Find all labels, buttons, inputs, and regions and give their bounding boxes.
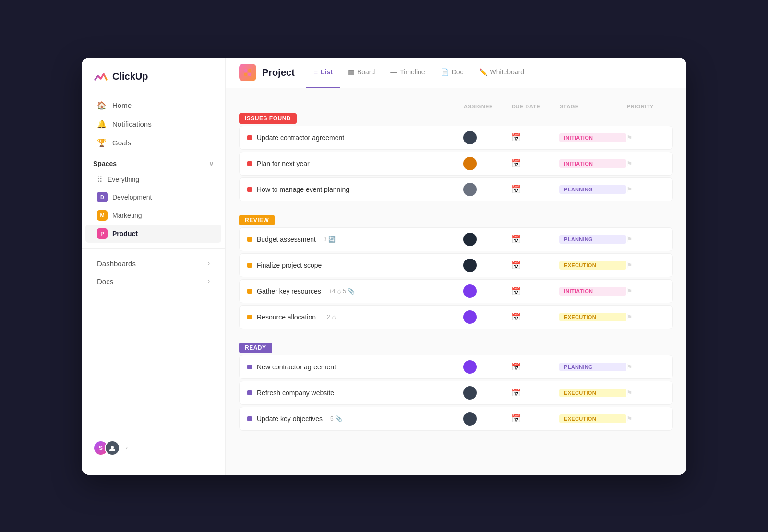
- footer-arrow-icon: ‹: [126, 445, 128, 451]
- flag-icon: ⚑: [626, 186, 665, 193]
- dashboards-label: Dashboards: [97, 260, 136, 268]
- marketing-badge: M: [97, 210, 108, 221]
- flag-icon: ⚑: [626, 389, 665, 397]
- docs-label: Docs: [97, 277, 113, 285]
- development-badge: D: [97, 192, 108, 202]
- avatar-m: [105, 440, 120, 456]
- task-dot-red: [247, 187, 252, 192]
- goals-label: Goals: [112, 139, 131, 147]
- calendar-icon: 📅: [511, 260, 559, 270]
- status-badge: EXECUTION: [559, 261, 626, 270]
- flag-icon: ⚑: [626, 287, 665, 295]
- notifications-label: Notifications: [112, 120, 152, 128]
- marketing-label: Marketing: [112, 212, 142, 219]
- task-name: New contractor agreement: [247, 363, 463, 371]
- page-title: Project: [262, 67, 295, 78]
- task-dot-purple: [247, 390, 252, 395]
- col-priority: PRIORITY: [627, 104, 665, 109]
- calendar-icon: 📅: [511, 362, 559, 371]
- tab-board[interactable]: ▦ Board: [340, 58, 383, 88]
- col-stage: STAGE: [560, 104, 627, 109]
- avatar: [463, 183, 477, 196]
- sidebar-item-marketing[interactable]: M Marketing: [85, 206, 221, 225]
- chevron-right-icon-docs: ›: [208, 278, 210, 284]
- tab-doc[interactable]: 📄 Doc: [433, 58, 471, 88]
- flag-icon: ⚑: [626, 415, 665, 423]
- sidebar-item-development[interactable]: D Development: [85, 188, 221, 206]
- flag-icon: ⚑: [626, 160, 665, 167]
- task-dot-yellow: [247, 263, 252, 268]
- col-assignee: ASSIGNEE: [464, 104, 512, 109]
- status-badge: INITIATION: [559, 287, 626, 296]
- main-content: Project ≡ List ▦ Board — Timeline 📄 Doc …: [226, 58, 686, 475]
- divider: [82, 248, 225, 249]
- tab-timeline[interactable]: — Timeline: [383, 58, 432, 88]
- task-dot-purple: [247, 365, 252, 369]
- top-bar: Project ≡ List ▦ Board — Timeline 📄 Doc …: [226, 58, 686, 88]
- product-badge: P: [97, 228, 108, 239]
- doc-icon: 📄: [441, 68, 449, 76]
- status-badge: EXECUTION: [559, 313, 626, 321]
- sidebar-item-goals[interactable]: 🏆 Goals: [85, 133, 221, 152]
- task-meta: +4 ◇ 5 📎: [329, 288, 355, 295]
- whiteboard-tab-label: Whiteboard: [490, 68, 525, 76]
- task-name: How to manage event planning: [247, 186, 463, 193]
- avatar: [463, 284, 477, 298]
- sidebar-item-docs[interactable]: Docs ›: [85, 272, 221, 290]
- table-row[interactable]: Refresh company website 📅 EXECUTION ⚑: [239, 381, 673, 405]
- sidebar-item-dashboards[interactable]: Dashboards ›: [85, 255, 221, 272]
- bell-icon: 🔔: [97, 119, 107, 129]
- task-name: Update contractor agreement: [247, 134, 463, 142]
- doc-tab-label: Doc: [452, 68, 464, 76]
- sidebar-item-notifications[interactable]: 🔔 Notifications: [85, 115, 221, 133]
- section-label-review: REVIEW: [239, 215, 275, 225]
- avatar: [463, 259, 477, 272]
- table-row[interactable]: New contractor agreement 📅 PLANNING ⚑: [239, 355, 673, 379]
- table-row[interactable]: Update contractor agreement 📅 INITIATION…: [239, 126, 673, 150]
- sidebar-item-product[interactable]: P Product: [85, 225, 221, 243]
- status-badge: PLANNING: [559, 235, 626, 244]
- flag-icon: ⚑: [626, 313, 665, 321]
- table-row[interactable]: How to manage event planning 📅 PLANNING …: [239, 177, 673, 201]
- calendar-icon: 📅: [511, 159, 559, 168]
- product-label: Product: [112, 230, 138, 237]
- table-row[interactable]: Gather key resources +4 ◇ 5 📎 📅 INITIATI…: [239, 279, 673, 303]
- clickup-logo-icon: [93, 69, 108, 84]
- avatar: [463, 310, 477, 324]
- status-badge: PLANNING: [559, 363, 626, 371]
- calendar-icon: 📅: [511, 286, 559, 296]
- tab-list[interactable]: ≡ List: [306, 58, 340, 88]
- flag-icon: ⚑: [626, 261, 665, 269]
- timeline-icon: —: [390, 68, 397, 76]
- table-row[interactable]: Update key objectives 5 📎 📅 EXECUTION ⚑: [239, 407, 673, 431]
- calendar-icon: 📅: [511, 133, 559, 142]
- table-row[interactable]: Resource allocation +2 ◇ 📅 EXECUTION ⚑: [239, 305, 673, 329]
- section-label-ready: READY: [239, 343, 272, 353]
- sidebar-item-home[interactable]: 🏠 Home: [85, 96, 221, 115]
- chevron-right-icon: ›: [208, 260, 210, 267]
- task-list-content: ASSIGNEE DUE DATE STAGE PRIORITY ISSUES …: [226, 88, 686, 475]
- grid-icon: ⠿: [97, 175, 103, 184]
- status-badge: INITIATION: [559, 133, 626, 142]
- logo-text: ClickUp: [112, 71, 148, 82]
- avatar: [463, 412, 477, 426]
- logo: ClickUp: [82, 69, 225, 96]
- table-row[interactable]: Budget assessment 3 🔄 📅 PLANNING ⚑: [239, 227, 673, 251]
- sidebar: ClickUp 🏠 Home 🔔 Notifications 🏆 Goals S…: [82, 58, 226, 475]
- avatar: [463, 131, 477, 144]
- task-meta: +2 ◇: [324, 314, 336, 320]
- task-name: Update key objectives 5 📎: [247, 415, 463, 423]
- sidebar-item-everything[interactable]: ⠿ Everything: [85, 171, 221, 188]
- calendar-icon: 📅: [511, 235, 559, 244]
- calendar-icon: 📅: [511, 312, 559, 321]
- table-row[interactable]: Finalize project scope 📅 EXECUTION ⚑: [239, 253, 673, 277]
- task-dot-yellow: [247, 237, 252, 242]
- table-row[interactable]: Plan for next year 📅 INITIATION ⚑: [239, 152, 673, 176]
- board-icon: ▦: [348, 68, 354, 76]
- task-name: Finalize project scope: [247, 261, 463, 269]
- tab-whiteboard[interactable]: ✏️ Whiteboard: [471, 58, 532, 88]
- col-duedate: DUE DATE: [512, 104, 560, 109]
- task-dot-red: [247, 135, 252, 140]
- task-name: Budget assessment 3 🔄: [247, 236, 463, 243]
- task-dot-yellow: [247, 289, 252, 294]
